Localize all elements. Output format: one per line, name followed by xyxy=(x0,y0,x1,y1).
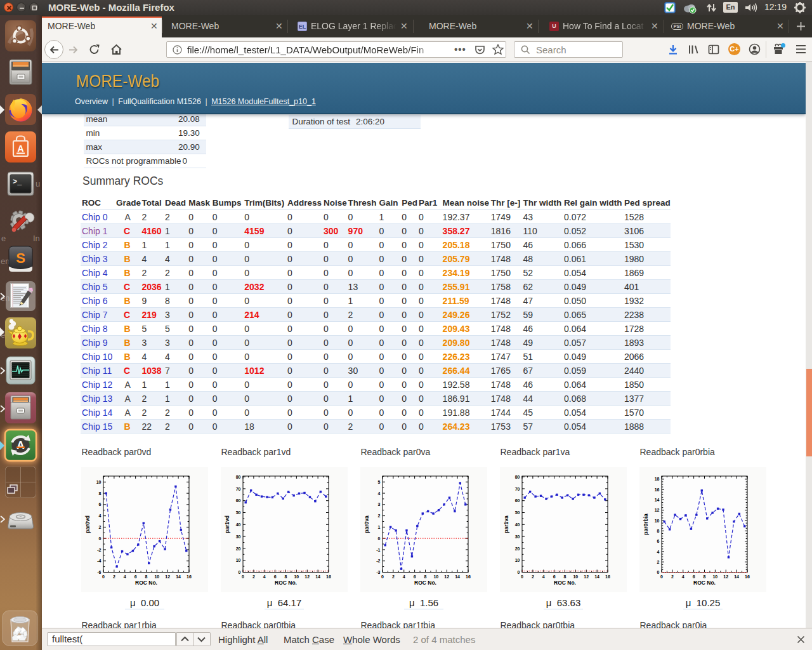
svg-text:8: 8 xyxy=(145,574,148,579)
svg-text:4: 4 xyxy=(682,574,684,579)
svg-text:10: 10 xyxy=(433,574,438,579)
svg-text:10: 10 xyxy=(573,574,578,579)
svg-text:ROC No.: ROC No. xyxy=(414,580,436,586)
svg-text:20: 20 xyxy=(515,547,520,551)
svg-text:4: 4 xyxy=(124,574,126,579)
svg-text:6: 6 xyxy=(693,574,695,579)
svg-text:S: S xyxy=(16,250,25,266)
svg-text:14: 14 xyxy=(655,498,660,502)
svg-text:par1vd: par1vd xyxy=(224,515,230,533)
svg-text:12: 12 xyxy=(723,574,728,579)
svg-text:A: A xyxy=(16,439,24,451)
svg-text:80: 80 xyxy=(236,475,241,479)
svg-text:0: 0 xyxy=(521,574,523,579)
svg-text:2: 2 xyxy=(252,574,255,579)
svg-text:10: 10 xyxy=(294,574,299,579)
svg-text:par1va: par1va xyxy=(503,515,509,533)
svg-text:0: 0 xyxy=(660,574,663,579)
svg-text:16: 16 xyxy=(745,574,750,579)
svg-text:12: 12 xyxy=(444,574,449,579)
svg-text:10: 10 xyxy=(154,574,159,579)
svg-text:ROC No.: ROC No. xyxy=(275,580,297,586)
svg-text:A: A xyxy=(17,143,23,154)
svg-text:par0rbia: par0rbia xyxy=(643,514,649,535)
svg-text:4: 4 xyxy=(542,574,545,579)
svg-text:0: 0 xyxy=(102,574,105,579)
svg-text:16: 16 xyxy=(187,574,192,579)
svg-text:8: 8 xyxy=(285,574,287,579)
svg-text:0: 0 xyxy=(242,574,244,579)
svg-text:8: 8 xyxy=(704,574,706,579)
svg-text:70: 70 xyxy=(515,487,520,491)
svg-text:50: 50 xyxy=(515,510,520,515)
svg-text:16: 16 xyxy=(605,574,610,579)
svg-text:70: 70 xyxy=(236,487,241,491)
svg-text:14: 14 xyxy=(594,574,599,579)
svg-text:-6: -6 xyxy=(97,570,101,574)
svg-text:1: 1 xyxy=(378,525,381,529)
svg-text:12: 12 xyxy=(584,574,589,579)
svg-text:6: 6 xyxy=(414,574,416,579)
svg-text:2: 2 xyxy=(99,525,102,529)
svg-text:2: 2 xyxy=(671,574,674,579)
svg-text:20: 20 xyxy=(236,547,241,551)
svg-text:0: 0 xyxy=(518,570,520,574)
svg-text:40: 40 xyxy=(515,522,520,527)
svg-text:4: 4 xyxy=(378,491,381,496)
svg-text:0: 0 xyxy=(657,570,660,574)
svg-text:30: 30 xyxy=(236,534,241,539)
svg-text:-1: -1 xyxy=(376,548,380,552)
svg-text:5: 5 xyxy=(378,480,381,484)
svg-text:0: 0 xyxy=(378,536,381,541)
svg-text:12: 12 xyxy=(655,508,660,512)
svg-text:2: 2 xyxy=(392,574,395,579)
svg-text:-3: -3 xyxy=(376,570,380,574)
svg-text:ROC No.: ROC No. xyxy=(554,580,576,586)
svg-text:par0va: par0va xyxy=(363,515,370,533)
svg-text:60: 60 xyxy=(236,498,241,503)
svg-text:16: 16 xyxy=(326,574,331,579)
svg-text:6: 6 xyxy=(553,574,556,579)
svg-text:6: 6 xyxy=(657,539,660,543)
svg-text:30: 30 xyxy=(515,534,520,539)
svg-text:50: 50 xyxy=(236,510,241,515)
svg-text:14: 14 xyxy=(455,574,460,579)
svg-text:4: 4 xyxy=(657,550,660,554)
svg-text:2: 2 xyxy=(532,574,534,579)
svg-text:80: 80 xyxy=(515,475,520,479)
svg-text:12: 12 xyxy=(165,574,170,579)
svg-text:-2: -2 xyxy=(97,548,101,552)
svg-text:-2: -2 xyxy=(376,559,380,563)
svg-text:10: 10 xyxy=(712,574,717,579)
svg-text:16: 16 xyxy=(466,574,471,579)
svg-text:12: 12 xyxy=(304,574,310,579)
svg-text:ROC No.: ROC No. xyxy=(135,580,157,586)
svg-text:0: 0 xyxy=(381,574,384,579)
svg-text:40: 40 xyxy=(236,522,241,527)
svg-text:8: 8 xyxy=(99,491,102,496)
svg-text:-4: -4 xyxy=(97,559,101,563)
svg-text:10: 10 xyxy=(236,558,241,562)
svg-text:60: 60 xyxy=(515,498,520,503)
svg-text:6: 6 xyxy=(274,574,277,579)
svg-text:10: 10 xyxy=(96,480,102,484)
svg-text:0: 0 xyxy=(99,536,102,541)
svg-text:0: 0 xyxy=(239,570,241,574)
svg-text:4: 4 xyxy=(99,514,102,518)
svg-text:3: 3 xyxy=(378,502,381,507)
svg-text:2: 2 xyxy=(378,514,381,518)
svg-text:16: 16 xyxy=(655,488,660,492)
svg-text:14: 14 xyxy=(315,574,320,579)
svg-text:2: 2 xyxy=(113,574,115,579)
svg-text:18: 18 xyxy=(655,477,660,481)
svg-text:4: 4 xyxy=(403,574,405,579)
svg-text:14: 14 xyxy=(734,574,739,579)
svg-text:>_: >_ xyxy=(13,178,22,187)
svg-text:8: 8 xyxy=(424,574,427,579)
svg-text:4: 4 xyxy=(263,574,266,579)
svg-text:14: 14 xyxy=(176,574,181,579)
svg-text:2: 2 xyxy=(657,560,660,564)
svg-text:8: 8 xyxy=(564,574,566,579)
svg-text:10: 10 xyxy=(515,558,520,562)
svg-text:8: 8 xyxy=(657,529,660,533)
